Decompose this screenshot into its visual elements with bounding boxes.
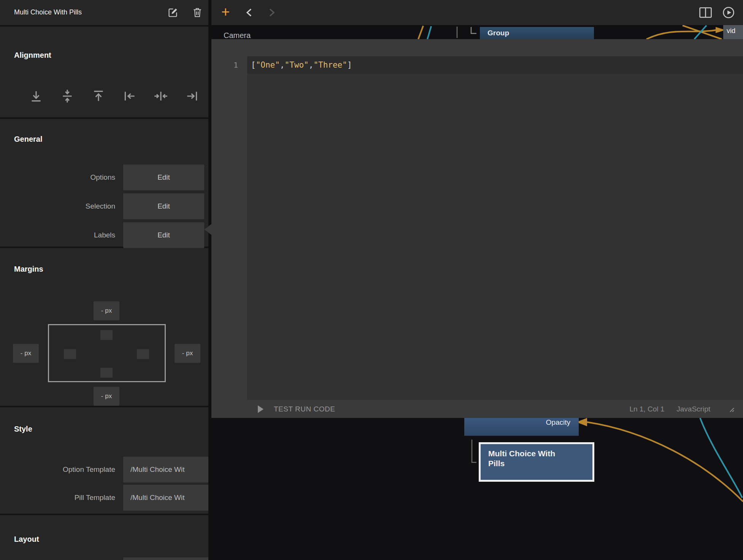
style-section: Style Option Template /Multi Choice Wit … bbox=[0, 407, 208, 514]
run-preview-icon[interactable] bbox=[722, 6, 735, 19]
test-run-play-icon[interactable] bbox=[257, 405, 264, 413]
labels-label: Labels bbox=[0, 222, 115, 248]
section-heading: Style bbox=[14, 425, 32, 433]
code-token: "Three" bbox=[313, 60, 347, 70]
add-node-button[interactable]: + bbox=[221, 5, 230, 19]
margin-left-field[interactable]: - px bbox=[13, 344, 39, 363]
node-multi-choice-selected[interactable]: Multi Choice With Pills bbox=[479, 442, 594, 482]
section-heading: Alignment bbox=[14, 51, 51, 60]
align-top-icon[interactable] bbox=[91, 89, 106, 104]
layout-section: Layout bbox=[0, 515, 208, 560]
component-title: Multi Choice With Pills bbox=[14, 8, 82, 16]
resize-grip-icon[interactable] bbox=[727, 406, 735, 412]
alignment-section: Alignment bbox=[0, 27, 208, 117]
rename-icon[interactable] bbox=[168, 7, 178, 18]
node-camera[interactable]: Camera bbox=[224, 31, 251, 40]
align-horizontal-center-icon[interactable] bbox=[153, 89, 168, 104]
option-template-field[interactable]: /Multi Choice Wit bbox=[123, 457, 208, 482]
code-editor-statusbar: TEST RUN CODE Ln 1, Col 1 JavaScript bbox=[211, 400, 743, 418]
layout-field-partial[interactable] bbox=[123, 557, 208, 560]
align-vertical-center-icon[interactable] bbox=[60, 89, 75, 104]
margin-handle-left[interactable] bbox=[64, 349, 76, 359]
undo-back-icon[interactable] bbox=[246, 8, 252, 17]
code-token: [ bbox=[251, 60, 256, 70]
code-token: , bbox=[280, 60, 285, 70]
node-video-label: vid bbox=[727, 27, 735, 35]
node-group[interactable]: Group bbox=[480, 27, 594, 40]
test-run-code-button[interactable]: TEST RUN CODE bbox=[274, 405, 335, 413]
align-left-icon[interactable] bbox=[122, 89, 137, 104]
align-bottom-icon[interactable] bbox=[29, 89, 44, 104]
code-area[interactable]: ["One","Two","Three"] bbox=[247, 56, 743, 400]
code-token: "Two" bbox=[285, 60, 309, 70]
split-view-icon[interactable] bbox=[699, 7, 712, 18]
section-heading: Margins bbox=[14, 265, 43, 274]
options-label: Options bbox=[0, 165, 115, 190]
margin-top-field[interactable]: - px bbox=[94, 301, 119, 320]
code-token: , bbox=[309, 60, 314, 70]
align-right-icon[interactable] bbox=[184, 89, 200, 104]
margin-handle-top[interactable] bbox=[100, 330, 113, 340]
code-token: ] bbox=[347, 60, 352, 70]
labels-edit-button[interactable]: Edit bbox=[123, 222, 204, 248]
node-group-label: Group bbox=[487, 29, 509, 37]
editor-toolbar: + bbox=[211, 0, 743, 25]
cursor-position: Ln 1, Col 1 bbox=[629, 405, 664, 413]
option-template-label: Option Template bbox=[0, 457, 115, 482]
code-token: "One" bbox=[256, 60, 280, 70]
code-line-1[interactable]: ["One","Two","Three"] bbox=[247, 56, 743, 74]
pill-template-label: Pill Template bbox=[0, 485, 115, 511]
inspector-header: Multi Choice With Pills bbox=[0, 0, 208, 25]
section-heading: General bbox=[14, 135, 42, 144]
delete-icon[interactable] bbox=[192, 7, 202, 18]
redo-forward-icon[interactable] bbox=[268, 8, 275, 17]
section-heading: Layout bbox=[14, 535, 39, 544]
options-edit-button[interactable]: Edit bbox=[123, 165, 204, 190]
line-number: 1 bbox=[219, 60, 238, 70]
inspector-panel: Multi Choice With Pills Alignment bbox=[0, 0, 208, 560]
margins-diagram bbox=[48, 324, 166, 382]
margins-section: Margins - px - px - px - px bbox=[0, 248, 208, 406]
node-video[interactable]: vid bbox=[723, 25, 743, 40]
code-editor-panel: 1 ["One","Two","Three"] TEST RUN CODE Ln… bbox=[211, 39, 743, 418]
panel-callout-pointer bbox=[204, 223, 213, 236]
general-section: General Options Edit Selection Edit Labe… bbox=[0, 119, 208, 247]
margin-right-field[interactable]: - px bbox=[175, 344, 200, 363]
node-multi-choice-label: Multi Choice With Pills bbox=[488, 449, 564, 468]
margin-handle-bottom[interactable] bbox=[100, 368, 113, 378]
selection-label: Selection bbox=[0, 193, 115, 219]
node-opacity-label: Opacity bbox=[546, 418, 570, 427]
margin-handle-right[interactable] bbox=[137, 349, 149, 359]
language-label: JavaScript bbox=[676, 405, 710, 413]
margin-bottom-field[interactable]: - px bbox=[94, 387, 119, 406]
pill-template-field[interactable]: /Multi Choice Wit bbox=[123, 485, 208, 511]
selection-edit-button[interactable]: Edit bbox=[123, 193, 204, 219]
